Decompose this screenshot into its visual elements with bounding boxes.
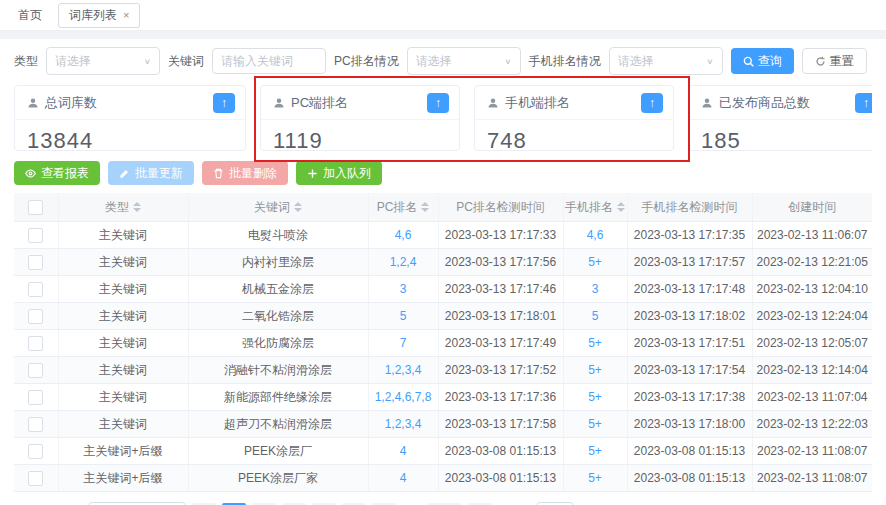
row-checkbox[interactable]	[28, 471, 43, 486]
row-checkbox[interactable]	[28, 282, 43, 297]
table-row: 主关键词+后缀PEEK涂层厂42023-03-08 01:15:135+2023…	[14, 438, 872, 465]
cell-type: 主关键词	[58, 276, 188, 303]
type-select[interactable]: 请选择 ∨	[46, 47, 160, 75]
sort-up-button[interactable]: ↑	[855, 93, 872, 113]
table-row: 主关键词+后缀PEEK涂层厂家42023-03-08 01:15:135+202…	[14, 465, 872, 492]
cell-mobile-rank: 5+	[563, 438, 627, 465]
cell-mobile-rank: 5+	[563, 384, 627, 411]
row-checkbox[interactable]	[28, 444, 43, 459]
cell-pc-rank: 1,2,4,6,7,8	[368, 384, 438, 411]
select-all-checkbox[interactable]	[28, 200, 43, 215]
cell-created-time: 2023-02-13 11:06:07	[752, 222, 872, 249]
keyword-input[interactable]	[212, 48, 326, 74]
cell-mobile-check-time: 2023-03-13 17:17:57	[627, 249, 752, 276]
table-row: 主关键词消融针不粘润滑涂层1,2,3,42023-03-13 17:17:525…	[14, 357, 872, 384]
column-header[interactable]: PC排名	[368, 193, 438, 222]
tab-keyword-list-label: 词库列表	[69, 7, 117, 24]
divider-band	[0, 31, 886, 39]
eye-icon	[25, 168, 36, 179]
sort-caret-icon[interactable]	[294, 202, 302, 212]
table-row: 主关键词超声刀不粘润滑涂层1,2,3,42023-03-13 17:17:585…	[14, 411, 872, 438]
column-header[interactable]: 类型	[58, 193, 188, 222]
row-checkbox[interactable]	[28, 417, 43, 432]
table-body: 主关键词电熨斗喷涂4,62023-03-13 17:17:334,62023-0…	[14, 222, 872, 492]
cell-type: 主关键词	[58, 384, 188, 411]
row-checkbox[interactable]	[28, 336, 43, 351]
action-bar: 查看报表批量更新批量删除加入队列	[14, 161, 872, 185]
cell-keyword: 机械五金涂层	[188, 276, 368, 303]
reset-button[interactable]: 重置	[802, 48, 867, 74]
sort-caret-icon[interactable]	[421, 202, 429, 212]
mobile-rank-select[interactable]: 请选择 ∨	[609, 47, 723, 75]
cell-pc-check-time: 2023-03-08 01:15:13	[438, 438, 563, 465]
cell-mobile-rank: 4,6	[563, 222, 627, 249]
table-row: 主关键词机械五金涂层32023-03-13 17:17:4632023-03-1…	[14, 276, 872, 303]
sort-up-button[interactable]: ↑	[641, 93, 663, 113]
cell-type: 主关键词+后缀	[58, 438, 188, 465]
cell-pc-check-time: 2023-03-13 17:17:46	[438, 276, 563, 303]
user-icon	[487, 97, 499, 109]
sort-caret-icon[interactable]	[617, 202, 625, 212]
filter-bar: 类型 请选择 ∨ 关键词 PC排名情况 请选择 ∨ 手机排名情况 请选择 ∨ 查…	[14, 47, 872, 75]
tab-keyword-list[interactable]: 词库列表 ×	[58, 3, 140, 28]
cell-type: 主关键词	[58, 357, 188, 384]
stat-card-value: 185	[689, 120, 872, 151]
row-checkbox-cell	[14, 330, 58, 357]
row-checkbox[interactable]	[28, 390, 43, 405]
row-checkbox[interactable]	[28, 363, 43, 378]
cell-keyword: 消融针不粘润滑涂层	[188, 357, 368, 384]
batch-delete-button[interactable]: 批量删除	[202, 161, 288, 185]
column-header[interactable]: 关键词	[188, 193, 368, 222]
cell-pc-rank: 4,6	[368, 222, 438, 249]
stat-card-label: 总词库数	[45, 94, 207, 112]
cell-mobile-rank: 3	[563, 276, 627, 303]
chevron-down-icon: ∨	[504, 57, 511, 66]
cell-mobile-check-time: 2023-03-08 01:15:13	[627, 438, 752, 465]
cell-pc-check-time: 2023-03-13 17:18:01	[438, 303, 563, 330]
view-report-button[interactable]: 查看报表	[14, 161, 100, 185]
cell-keyword: 强化防腐涂层	[188, 330, 368, 357]
mobile-rank-label: 手机排名情况	[529, 53, 601, 70]
user-icon	[27, 97, 39, 109]
row-checkbox-cell	[14, 249, 58, 276]
cell-mobile-check-time: 2023-03-13 17:17:54	[627, 357, 752, 384]
cell-mobile-check-time: 2023-03-13 17:17:38	[627, 384, 752, 411]
cell-pc-rank: 3	[368, 276, 438, 303]
cell-created-time: 2023-02-13 12:05:07	[752, 330, 872, 357]
header-checkbox-cell	[14, 193, 58, 222]
batch-update-button[interactable]: 批量更新	[108, 161, 194, 185]
cell-pc-rank: 4	[368, 438, 438, 465]
column-header[interactable]: 手机排名	[563, 193, 627, 222]
row-checkbox[interactable]	[28, 309, 43, 324]
sort-up-button[interactable]: ↑	[427, 93, 449, 113]
cell-keyword: 电熨斗喷涂	[188, 222, 368, 249]
cell-pc-check-time: 2023-03-13 17:17:52	[438, 357, 563, 384]
cell-type: 主关键词+后缀	[58, 465, 188, 492]
cell-mobile-rank: 5+	[563, 465, 627, 492]
column-header: 手机排名检测时间	[627, 193, 752, 222]
type-label: 类型	[14, 53, 38, 70]
row-checkbox-cell	[14, 465, 58, 492]
search-button[interactable]: 查询	[731, 48, 794, 74]
table-header-row: 类型关键词PC排名PC排名检测时间手机排名手机排名检测时间创建时间	[14, 193, 872, 222]
cell-keyword: 内衬衬里涂层	[188, 249, 368, 276]
cell-mobile-check-time: 2023-03-13 17:17:51	[627, 330, 752, 357]
row-checkbox[interactable]	[28, 228, 43, 243]
pc-rank-select[interactable]: 请选择 ∨	[407, 47, 521, 75]
join-queue-button[interactable]: 加入队列	[296, 161, 382, 185]
row-checkbox-cell	[14, 222, 58, 249]
user-icon	[701, 97, 713, 109]
row-checkbox[interactable]	[28, 255, 43, 270]
cell-created-time: 2023-02-13 11:07:04	[752, 384, 872, 411]
cell-mobile-rank: 5+	[563, 249, 627, 276]
stat-card-label: PC端排名	[291, 94, 421, 112]
sort-up-button[interactable]: ↑	[213, 93, 235, 113]
row-checkbox-cell	[14, 411, 58, 438]
row-checkbox-cell	[14, 276, 58, 303]
table-row: 主关键词内衬衬里涂层1,2,42023-03-13 17:17:565+2023…	[14, 249, 872, 276]
keyword-label: 关键词	[168, 53, 204, 70]
tab-home[interactable]: 首页	[12, 4, 48, 27]
sort-caret-icon[interactable]	[133, 202, 141, 212]
close-icon[interactable]: ×	[123, 10, 129, 21]
cell-mobile-rank: 5+	[563, 357, 627, 384]
